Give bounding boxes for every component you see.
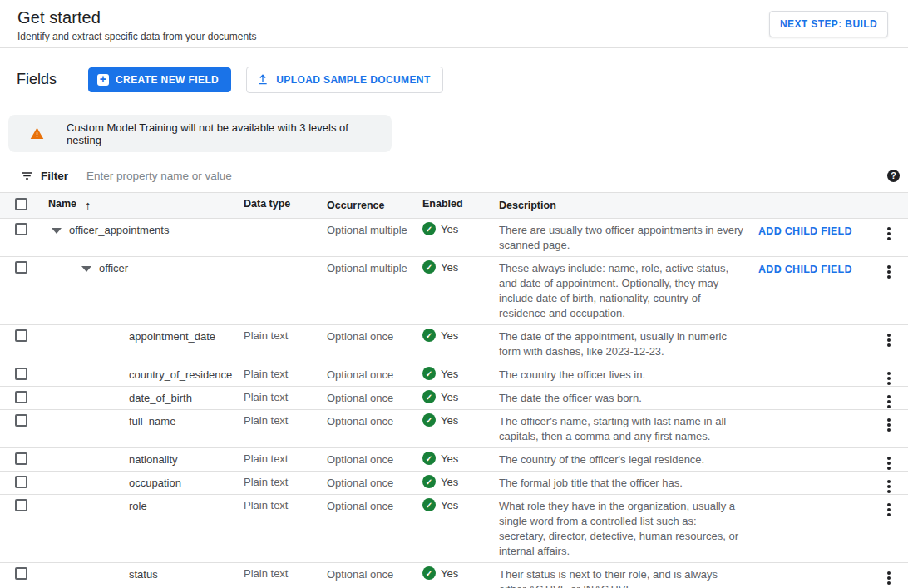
- table-header-row: Name ↑ Data type Occurrence Enabled Desc…: [0, 192, 908, 219]
- help-icon[interactable]: ?: [887, 170, 900, 182]
- table-row: nationality Plain text Optional once ✓ Y…: [0, 448, 908, 472]
- table-row: role Plain text Optional once ✓ Yes What…: [0, 495, 908, 563]
- warning-text: Custom Model Training will not be availa…: [67, 121, 378, 146]
- more-options-icon[interactable]: [887, 480, 891, 483]
- field-occurrence: Optional once: [327, 363, 422, 386]
- table-row: full_name Plain text Optional once ✓ Yes…: [0, 410, 908, 448]
- more-options-icon[interactable]: [887, 334, 891, 337]
- row-checkbox[interactable]: [15, 476, 27, 488]
- more-options-icon[interactable]: [887, 372, 891, 375]
- field-data-type: [244, 257, 327, 264]
- enabled-label: Yes: [441, 414, 458, 427]
- field-description: There are usually two officer appointmen…: [499, 219, 757, 256]
- page-header: Get started Identify and extract specifi…: [0, 0, 908, 48]
- sort-ascending-icon[interactable]: ↑: [85, 198, 91, 212]
- field-data-type: Plain text: [244, 472, 327, 492]
- column-header-name[interactable]: Name: [48, 198, 76, 210]
- field-data-type: Plain text: [244, 387, 327, 407]
- field-data-type: Plain text: [244, 363, 327, 383]
- page-header-text: Get started Identify and extract specifi…: [17, 8, 256, 42]
- field-description: These always include: name, role, active…: [499, 257, 757, 324]
- table-row: date_of_birth Plain text Optional once ✓…: [0, 387, 908, 410]
- field-occurrence: Optional once: [327, 410, 422, 432]
- more-options-icon[interactable]: [887, 418, 891, 422]
- more-options-icon[interactable]: [887, 457, 891, 460]
- fields-table: Name ↑ Data type Occurrence Enabled Desc…: [0, 192, 908, 588]
- fields-section-title: Fields: [17, 71, 57, 88]
- filter-bar: Filter ?: [0, 159, 908, 192]
- filter-input[interactable]: [86, 170, 881, 182]
- enabled-label: Yes: [441, 329, 458, 342]
- field-data-type: Plain text: [244, 410, 327, 430]
- field-description: Their status is next to their role, and …: [499, 563, 757, 588]
- field-occurrence: Optional once: [327, 387, 422, 409]
- enabled-check-icon: ✓: [422, 390, 436, 403]
- row-checkbox[interactable]: [15, 329, 27, 342]
- more-options-icon[interactable]: [887, 503, 891, 506]
- more-options-icon[interactable]: [887, 395, 891, 398]
- enabled-check-icon: ✓: [422, 498, 436, 511]
- add-child-field-button[interactable]: ADD CHILD FIELD: [758, 264, 852, 275]
- fields-toolbar: Fields + CREATE NEW FIELD UPLOAD SAMPLE …: [0, 48, 908, 111]
- enabled-label: Yes: [441, 567, 458, 580]
- column-header-description: Description: [499, 193, 757, 218]
- row-checkbox[interactable]: [15, 261, 27, 274]
- field-occurrence: Optional once: [327, 448, 422, 471]
- row-checkbox[interactable]: [15, 452, 27, 465]
- row-checkbox[interactable]: [15, 223, 27, 235]
- table-row: appointment_date Plain text Optional onc…: [0, 325, 908, 363]
- warning-icon: [30, 126, 44, 141]
- enabled-check-icon: ✓: [422, 329, 436, 342]
- field-occurrence: Optional multiple: [327, 257, 422, 279]
- column-header-occurrence: Occurrence: [327, 193, 422, 218]
- field-data-type: Plain text: [244, 325, 327, 345]
- field-name: nationality: [129, 452, 178, 467]
- create-new-field-label: CREATE NEW FIELD: [116, 74, 219, 86]
- table-body: officer_appointments Optional multiple ✓…: [0, 219, 908, 588]
- field-data-type: [244, 219, 327, 226]
- more-options-icon[interactable]: [887, 265, 891, 269]
- add-box-icon: +: [97, 74, 109, 86]
- field-occurrence: Optional once: [327, 495, 422, 517]
- field-data-type: Plain text: [244, 495, 327, 515]
- page-title: Get started: [17, 8, 256, 27]
- warning-banner: Custom Model Training will not be availa…: [8, 115, 392, 152]
- field-occurrence: Optional once: [327, 325, 422, 348]
- create-new-field-button[interactable]: + CREATE NEW FIELD: [88, 67, 231, 92]
- field-name: date_of_birth: [129, 391, 192, 406]
- row-checkbox[interactable]: [15, 499, 27, 511]
- select-all-checkbox[interactable]: [15, 198, 27, 210]
- field-occurrence: Optional once: [327, 472, 422, 494]
- collapse-arrow-icon[interactable]: [81, 266, 91, 272]
- page-subtitle: Identify and extract specific data from …: [17, 31, 256, 42]
- upload-sample-document-button[interactable]: UPLOAD SAMPLE DOCUMENT: [246, 67, 442, 93]
- field-name: role: [129, 499, 147, 514]
- upload-sample-document-label: UPLOAD SAMPLE DOCUMENT: [276, 74, 430, 86]
- field-description: The country of the officer's legal resid…: [499, 448, 757, 471]
- row-checkbox[interactable]: [15, 368, 27, 380]
- table-row: status Plain text Optional once ✓ Yes Th…: [0, 563, 908, 588]
- field-description: What role they have in the organization,…: [499, 495, 757, 562]
- enabled-label: Yes: [441, 391, 458, 403]
- row-checkbox[interactable]: [15, 391, 27, 403]
- enabled-check-icon: ✓: [422, 260, 436, 274]
- field-name: officer_appointments: [69, 223, 169, 238]
- field-data-type: Plain text: [244, 448, 327, 468]
- enabled-label: Yes: [441, 452, 458, 465]
- field-description: The formal job title that the officer ha…: [499, 472, 757, 494]
- next-step-build-button[interactable]: NEXT STEP: BUILD: [769, 11, 888, 37]
- field-name: status: [129, 567, 158, 582]
- row-checkbox[interactable]: [15, 567, 27, 580]
- column-header-enabled: Enabled: [422, 193, 499, 215]
- field-name: officer: [99, 261, 128, 276]
- field-occurrence: Optional multiple: [327, 219, 422, 241]
- collapse-arrow-icon[interactable]: [52, 228, 62, 234]
- add-child-field-button[interactable]: ADD CHILD FIELD: [758, 225, 852, 237]
- more-options-icon[interactable]: [887, 571, 891, 575]
- field-name: country_of_residence: [129, 368, 232, 383]
- field-occurrence: Optional once: [327, 563, 422, 586]
- enabled-label: Yes: [441, 368, 458, 380]
- row-checkbox[interactable]: [15, 414, 27, 427]
- more-options-icon[interactable]: [887, 227, 891, 230]
- enabled-check-icon: ✓: [422, 413, 436, 427]
